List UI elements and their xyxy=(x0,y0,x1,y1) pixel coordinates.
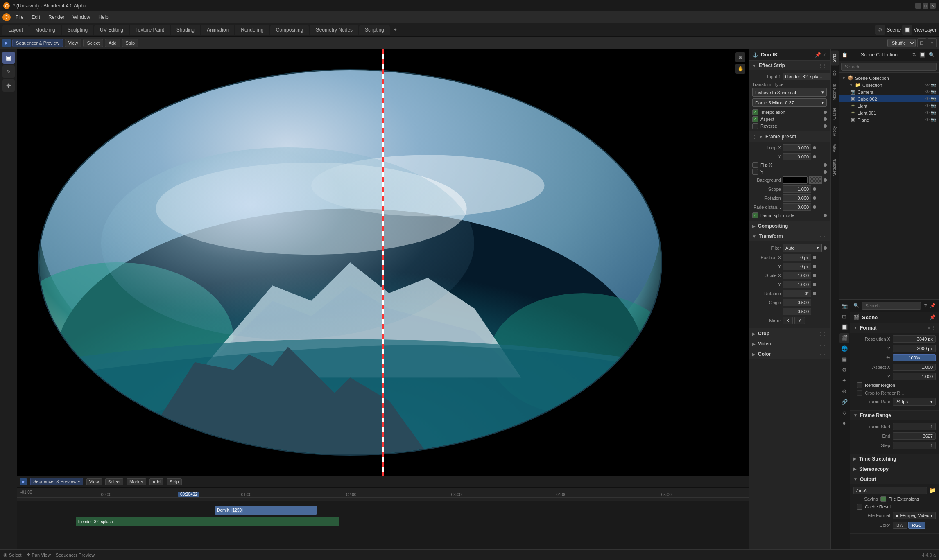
move-tool[interactable]: ✥ xyxy=(2,79,15,92)
format-menu-icon[interactable]: ⋮ xyxy=(932,325,936,330)
tab-rendering[interactable]: Rendering xyxy=(235,25,269,35)
prop-icon-physics[interactable]: ⊕ xyxy=(839,386,849,396)
strip-header-check[interactable]: ✓ xyxy=(823,52,827,58)
cube-render[interactable]: 📷 xyxy=(931,97,936,101)
crop-header[interactable]: ▶ Crop ⋮⋮ xyxy=(749,329,830,339)
bw-button[interactable]: BW xyxy=(893,522,907,529)
posy-input[interactable] xyxy=(783,263,811,270)
properties-search[interactable] xyxy=(862,302,921,310)
view-layer-icon[interactable]: 🔲 xyxy=(902,25,912,35)
output-path-folder[interactable]: 📁 xyxy=(929,487,936,494)
collection-render[interactable]: 📷 xyxy=(931,83,936,87)
prop-icon-output[interactable]: ⊡ xyxy=(839,312,849,322)
background-color[interactable] xyxy=(783,176,808,184)
timeline-select-menu[interactable]: Select xyxy=(105,478,124,485)
input1-value[interactable]: blender_32_spla... xyxy=(783,73,830,80)
transform-header[interactable]: ▼ Transform ⋮⋮ xyxy=(749,231,830,241)
cursor-tool[interactable]: ✎ xyxy=(2,65,15,78)
outliner-view-icon[interactable]: 🔲 xyxy=(919,51,926,59)
background-checker[interactable] xyxy=(809,176,822,184)
mirror-x-button[interactable]: X xyxy=(783,317,793,324)
frame-preset-header[interactable]: ⋮ ▼ Frame preset xyxy=(749,132,830,142)
cube-vis[interactable]: 👁 xyxy=(925,97,930,101)
timeline-add-menu[interactable]: Add xyxy=(149,478,163,485)
menu-edit[interactable]: Edit xyxy=(28,13,43,21)
timeline-editor-dropdown[interactable]: Sequencer & Preview ▾ xyxy=(30,478,83,485)
rotation-input[interactable] xyxy=(783,194,811,202)
end-value[interactable]: 3627 xyxy=(893,432,936,440)
cache-result-checkbox[interactable] xyxy=(857,504,862,510)
origin-y-input[interactable] xyxy=(783,308,811,315)
prop-icon-modifiers[interactable]: ⚙ xyxy=(839,365,849,375)
percent-value[interactable]: 100% xyxy=(893,354,936,361)
aspect-y-value[interactable]: 1.000 xyxy=(893,373,936,380)
video-header[interactable]: ▶ Video ⋮⋮ xyxy=(749,339,830,349)
prop-icon-object[interactable]: ▣ xyxy=(839,355,849,364)
prop-icon-particles[interactable]: ✦ xyxy=(839,376,849,386)
properties-filter[interactable]: ⚗ xyxy=(923,303,928,308)
mirror-y-button[interactable]: Y xyxy=(794,317,805,324)
color-menu[interactable]: ⋮⋮ xyxy=(819,352,827,357)
scene-icon[interactable]: ⚙ xyxy=(875,25,885,35)
rgb-button[interactable]: RGB xyxy=(908,522,925,529)
prop-icon-scene[interactable]: 🎬 xyxy=(839,333,849,343)
menu-file[interactable]: File xyxy=(12,13,27,21)
tab-texture-paint[interactable]: Texture Paint xyxy=(130,25,170,35)
loopy-input[interactable] xyxy=(783,153,811,160)
camera-render[interactable]: 📷 xyxy=(931,90,936,94)
menu-view[interactable]: View xyxy=(65,39,82,47)
scope-input[interactable] xyxy=(783,185,811,193)
sequencer-editor-dropdown[interactable]: Sequencer & Preview xyxy=(12,39,63,47)
plane-render[interactable]: 📷 xyxy=(931,117,936,122)
tab-geometry-nodes[interactable]: Geometry Nodes xyxy=(310,25,358,35)
effect-strip-menu[interactable]: ⋮⋮ xyxy=(819,63,827,68)
plane-vis[interactable]: 👁 xyxy=(925,117,930,122)
bottom-sequencer[interactable]: Sequencer Preview xyxy=(56,553,95,558)
time-stretching-header[interactable]: ▶ Time Stretching xyxy=(850,454,939,464)
color-header[interactable]: ▶ Color ⋮⋮ xyxy=(749,349,830,359)
menu-window[interactable]: Window xyxy=(69,13,93,21)
output-path-input[interactable] xyxy=(853,487,927,494)
maximize-button[interactable]: □ xyxy=(923,3,928,9)
collection-vis[interactable]: 👁 xyxy=(925,83,930,87)
prop-icon-world[interactable]: 🌐 xyxy=(839,344,849,354)
close-button[interactable]: ✕ xyxy=(930,3,936,9)
timeline-scrollbar[interactable] xyxy=(17,497,749,501)
output-header[interactable]: ▼ Output xyxy=(850,474,939,484)
frame-start-value[interactable]: 1 xyxy=(893,423,936,430)
viewport-hand[interactable]: ✋ xyxy=(735,64,745,74)
outliner-filter-icon[interactable]: ⚗ xyxy=(911,51,917,59)
prop-icon-material[interactable]: ● xyxy=(839,418,849,428)
effect-strip[interactable]: DomIK 1250 xyxy=(215,506,317,515)
tree-item-camera[interactable]: 📷 Camera 👁 📷 xyxy=(839,88,939,95)
tab-shading[interactable]: Shading xyxy=(171,25,200,35)
tree-item-collection[interactable]: ▼ 📁 Collection 👁 📷 xyxy=(839,81,939,88)
demo-split-checkbox[interactable]: ✓ xyxy=(752,212,758,218)
minimize-button[interactable]: ─ xyxy=(915,3,921,9)
light001-vis[interactable]: 👁 xyxy=(925,111,930,115)
aspect-checkbox[interactable]: ✓ xyxy=(752,116,758,122)
tab-uv-editing[interactable]: UV Editing xyxy=(94,25,129,35)
timeline-strip-menu[interactable]: Strip xyxy=(167,478,182,485)
prop-icon-render[interactable]: 📷 xyxy=(839,301,849,311)
filter-dropdown[interactable]: Auto ▾ xyxy=(783,244,822,252)
shuffle-select[interactable]: Shuffle xyxy=(887,39,916,47)
fade-input[interactable] xyxy=(783,203,811,211)
video-strip[interactable]: blender_32_splash xyxy=(76,517,339,526)
res-y-value[interactable]: 2000 px xyxy=(893,345,936,352)
file-extensions-checkbox[interactable] xyxy=(880,496,886,502)
framerate-dropdown[interactable]: 24 fps ▾ xyxy=(893,398,936,406)
tab-layout[interactable]: Layout xyxy=(2,25,29,35)
file-format-dropdown[interactable]: ▶ FFmpeg Video ▾ xyxy=(893,512,936,519)
tree-item-plane[interactable]: ▣ Plane 👁 📷 xyxy=(839,116,939,123)
prop-icon-view-layer[interactable]: 🔲 xyxy=(839,323,849,332)
prop-icon-data[interactable]: ◇ xyxy=(839,408,849,418)
transform-menu[interactable]: ⋮⋮ xyxy=(819,234,827,239)
transform-mode-dropdown[interactable]: Dome 5 Mirror 0.37 ▾ xyxy=(752,98,827,107)
video-menu[interactable]: ⋮⋮ xyxy=(819,342,827,346)
light-render[interactable]: 📷 xyxy=(931,104,936,108)
select-tool[interactable]: ▣ xyxy=(2,52,15,64)
tab-animation[interactable]: Animation xyxy=(201,25,234,35)
scalex-input[interactable] xyxy=(783,272,811,279)
light001-render[interactable]: 📷 xyxy=(931,111,936,115)
